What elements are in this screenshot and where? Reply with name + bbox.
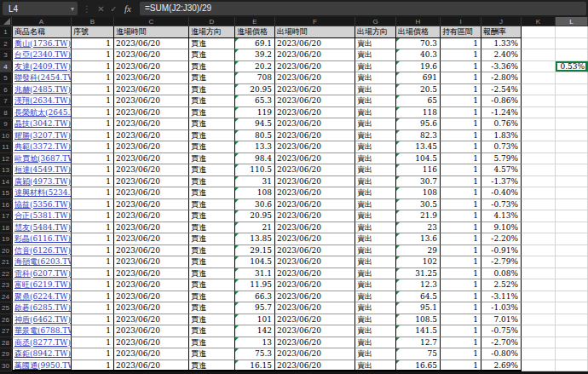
l-column-cell[interactable] — [556, 314, 588, 326]
row-number[interactable]: 8 — [0, 107, 12, 119]
entry-price-cell[interactable]: 20.95 — [235, 84, 275, 96]
l-column-cell[interactable] — [556, 245, 588, 257]
return-rate-cell[interactable]: -3.36% — [481, 61, 522, 73]
header-cell-exit-time[interactable]: 出場時間 — [275, 26, 355, 38]
holding-period-cell[interactable]: 1 — [441, 107, 481, 119]
empty-cell[interactable] — [522, 337, 556, 349]
exit-date-cell[interactable]: 2023/06/20 — [275, 187, 355, 199]
exit-direction-cell[interactable]: 賣出 — [355, 61, 396, 73]
column-header-E[interactable]: E — [235, 17, 275, 26]
exit-price-cell[interactable]: 20.5 — [396, 84, 441, 96]
empty-cell[interactable] — [522, 164, 556, 176]
stock-name-link[interactable]: 歐買尬(3687.TW) — [12, 153, 72, 165]
entry-price-cell[interactable]: 65.3 — [235, 95, 275, 107]
seq-cell[interactable]: 1 — [72, 256, 114, 268]
exit-direction-cell[interactable]: 賣出 — [355, 199, 396, 211]
exit-price-cell[interactable]: 29 — [396, 245, 441, 257]
holding-period-cell[interactable]: 1 — [441, 199, 481, 211]
exit-direction-cell[interactable]: 賣出 — [355, 107, 396, 119]
row-number[interactable]: 28 — [0, 337, 12, 349]
entry-date-cell[interactable]: 2023/06/20 — [114, 210, 189, 222]
exit-price-cell[interactable]: 141.5 — [396, 325, 441, 337]
entry-date-cell[interactable]: 2023/06/20 — [114, 245, 189, 257]
exit-direction-cell[interactable]: 賣出 — [355, 72, 396, 84]
seq-cell[interactable]: 1 — [72, 118, 114, 130]
return-rate-cell[interactable]: 9.10% — [481, 222, 522, 234]
empty-cell[interactable] — [522, 256, 556, 268]
entry-price-cell[interactable]: 108 — [235, 187, 275, 199]
return-rate-cell[interactable]: -2.20% — [481, 233, 522, 245]
entry-price-cell[interactable]: 13 — [235, 337, 275, 349]
return-rate-cell[interactable]: 2.52% — [481, 279, 522, 291]
exit-price-cell[interactable]: 64.5 — [396, 291, 441, 303]
return-rate-cell[interactable]: -1.24% — [481, 107, 522, 119]
return-rate-cell[interactable]: -2.70% — [481, 337, 522, 349]
row-number[interactable]: 6 — [0, 84, 12, 96]
entry-price-cell[interactable]: 66.3 — [235, 291, 275, 303]
holding-period-cell[interactable]: 1 — [441, 49, 481, 61]
seq-cell[interactable]: 1 — [72, 360, 114, 372]
entry-date-cell[interactable]: 2023/06/20 — [114, 61, 189, 73]
exit-date-cell[interactable]: 2023/06/20 — [275, 268, 355, 280]
holding-period-cell[interactable]: 1 — [441, 164, 481, 176]
stock-name-link[interactable]: 典範(3372.TW) — [12, 141, 72, 153]
entry-date-cell[interactable]: 2023/06/20 — [114, 38, 189, 50]
entry-price-cell[interactable]: 29.15 — [235, 245, 275, 257]
exit-date-cell[interactable]: 2023/06/20 — [275, 199, 355, 211]
return-rate-cell[interactable]: 2.69% — [481, 360, 522, 372]
entry-date-cell[interactable]: 2023/06/20 — [114, 233, 189, 245]
l-column-cell[interactable] — [556, 164, 588, 176]
exit-price-cell[interactable]: 23 — [396, 222, 441, 234]
entry-direction-cell[interactable]: 買進 — [189, 222, 235, 234]
l-column-cell[interactable] — [556, 187, 588, 199]
row-number[interactable]: 10 — [0, 130, 12, 142]
header-cell-entry-time[interactable]: 進場時間 — [114, 26, 189, 38]
entry-direction-cell[interactable]: 買進 — [189, 325, 235, 337]
exit-direction-cell[interactable]: 賣出 — [355, 245, 396, 257]
exit-direction-cell[interactable]: 賣出 — [355, 348, 396, 360]
exit-direction-cell[interactable]: 賣出 — [355, 325, 396, 337]
return-rate-cell[interactable]: 0.73% — [481, 141, 522, 153]
empty-cell[interactable] — [522, 61, 556, 73]
return-rate-cell[interactable]: -0.80% — [481, 348, 522, 360]
exit-price-cell[interactable]: 40.3 — [396, 49, 441, 61]
entry-price-cell[interactable]: 16.15 — [235, 360, 275, 372]
seq-cell[interactable]: 1 — [72, 153, 114, 165]
entry-price-cell[interactable]: 80.5 — [235, 130, 275, 142]
holding-period-cell[interactable]: 1 — [441, 302, 481, 314]
exit-price-cell[interactable]: 116 — [396, 164, 441, 176]
exit-direction-cell[interactable]: 賣出 — [355, 302, 396, 314]
stock-name-link[interactable]: 桓達(4549.TW) — [12, 164, 72, 176]
entry-direction-cell[interactable]: 買進 — [189, 279, 235, 291]
empty-cell[interactable] — [522, 49, 556, 61]
return-rate-cell[interactable]: 2.40% — [481, 49, 522, 61]
column-header-I[interactable]: I — [441, 17, 481, 26]
enter-icon[interactable]: ✓ — [107, 4, 120, 14]
entry-price-cell[interactable]: 142 — [235, 325, 275, 337]
entry-direction-cell[interactable]: 買進 — [189, 61, 235, 73]
exit-direction-cell[interactable]: 賣出 — [355, 176, 396, 188]
entry-direction-cell[interactable]: 買進 — [189, 210, 235, 222]
empty-cell[interactable] — [522, 26, 556, 38]
entry-date-cell[interactable]: 2023/06/20 — [114, 95, 189, 107]
seq-cell[interactable]: 1 — [72, 222, 114, 234]
select-all-button[interactable] — [0, 17, 12, 26]
holding-period-cell[interactable]: 1 — [441, 291, 481, 303]
empty-cell[interactable] — [522, 222, 556, 234]
holding-period-cell[interactable]: 1 — [441, 38, 481, 50]
l-column-cell[interactable] — [556, 337, 588, 349]
row-number[interactable]: 5 — [0, 72, 12, 84]
seq-cell[interactable]: 1 — [72, 164, 114, 176]
entry-price-cell[interactable]: 119 — [235, 107, 275, 119]
chevron-down-icon[interactable]: ▾ — [71, 5, 74, 13]
row-number[interactable]: 7 — [0, 95, 12, 107]
exit-direction-cell[interactable]: 賣出 — [355, 268, 396, 280]
exit-direction-cell[interactable]: 賣出 — [355, 118, 396, 130]
exit-direction-cell[interactable]: 賣出 — [355, 49, 396, 61]
stock-name-link[interactable]: 聯發科(2454.TW) — [12, 72, 72, 84]
row-number[interactable]: 23 — [0, 279, 12, 291]
empty-cell[interactable] — [522, 210, 556, 222]
empty-cell[interactable] — [522, 302, 556, 314]
l-column-cell[interactable] — [556, 176, 588, 188]
row-number[interactable]: 15 — [0, 187, 12, 199]
